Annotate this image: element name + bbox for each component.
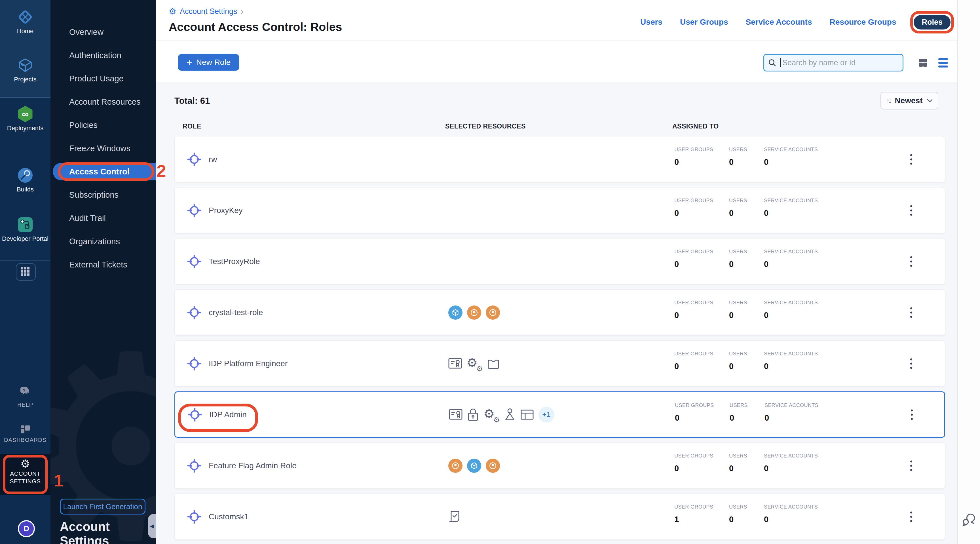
dashboards-button[interactable]: DASHBOARDS [0,424,51,444]
role-cell: ProxyKey [186,188,243,233]
sidebar-item-freeze-windows[interactable]: Freeze Windows [51,137,156,160]
list-view-icon[interactable] [938,58,948,67]
assigned-column-label: SERVICE ACCOUNTS [764,249,818,255]
assigned-count: 0 [729,259,733,269]
role-name[interactable]: TestProxyRole [209,257,260,266]
avatar[interactable]: D [18,520,35,537]
row-menu-button[interactable] [908,255,914,268]
search-input[interactable] [764,54,904,72]
rail-item-builds[interactable]: Builds [0,167,51,193]
text-cursor [780,58,781,67]
feature-flag-icon [486,305,500,320]
sidebar-item-overview[interactable]: Overview [51,21,156,44]
rail-item-deployments[interactable]: ∞Deployments [0,105,51,132]
new-role-button[interactable]: + New Role [178,54,239,71]
role-name[interactable]: ProxyKey [209,206,243,215]
sidebar-item-label: Policies [69,121,97,130]
role-cell: IDP Platform Engineer [186,340,288,386]
role-name[interactable]: Feature Flag Admin Role [209,461,297,470]
role-name[interactable]: rw [209,155,217,164]
sidebar-collapse-handle[interactable]: ◀ [148,514,156,538]
help-button[interactable]: ? HELP [0,383,51,409]
page-title: Account Access Control: Roles [169,21,342,34]
assigned-to: USER GROUPS0USERS0SERVICE ACCOUNTS0 [674,443,913,488]
rail-divider [0,97,51,98]
breadcrumb: ⚙ Account Settings › [169,7,243,16]
avatar-initial: D [24,524,29,533]
sidebar-item-external-tickets[interactable]: External Tickets [51,253,156,276]
assigned-to: USER GROUPS1USERS0SERVICE ACCOUNTS0 [674,494,913,539]
assigned-column-label: SERVICE ACCOUNTS [764,504,818,510]
role-name[interactable]: IDP Platform Engineer [209,359,288,368]
column-role: ROLE [183,122,201,130]
role-row-idp-admin[interactable]: IDP Admin ⚙⚙+1 USER GROUPS0USERS0SERVICE… [174,391,945,437]
tab-resource-groups[interactable]: Resource Groups [830,17,896,27]
tab-roles[interactable]: Roles [914,15,950,30]
tab-users[interactable]: Users [640,17,662,27]
rail-item-home[interactable]: Home [0,8,51,35]
assigned-to: USER GROUPS0USERS0SERVICE ACCOUNTS0 [675,392,913,437]
assigned-count: 0 [764,208,768,218]
role-cell: crystal-test-role [186,289,263,335]
sidebar-item-authentication[interactable]: Authentication [51,44,156,67]
tab-user-groups[interactable]: User Groups [680,17,728,27]
row-menu-button[interactable] [909,407,915,422]
assigned-count: 0 [764,464,768,473]
row-menu-button[interactable] [908,510,914,523]
collapse-arrow-icon: ◀ [150,523,154,529]
sidebar-item-label: Subscriptions [69,190,119,200]
role-row-testproxyrole[interactable]: TestProxyRole USER GROUPS0USERS0SERVICE … [174,238,945,285]
environment-icon [448,305,463,320]
total-count: Total: 61 [174,96,210,106]
assigned-column-label: USERS [729,146,747,153]
row-menu-button[interactable] [908,305,914,320]
launch-first-generation-button[interactable]: Launch First Generation [60,499,145,514]
search-box [764,54,904,72]
rail-item-projects[interactable]: Projects [0,57,51,83]
top-tabs: UsersUser GroupsService AccountsResource… [640,14,950,30]
column-assigned-to: ASSIGNED TO [672,122,719,130]
sort-label: Newest [894,96,924,105]
settings-sidebar: ⚙ OverviewAuthenticationProduct UsageAcc… [51,0,156,544]
role-name[interactable]: IDP Admin [209,410,247,419]
row-menu-button[interactable] [908,459,914,472]
sidebar-item-organizations[interactable]: Organizations [51,230,156,253]
rail-item-developer-portal[interactable]: Developer Portal [0,216,51,242]
chat-support-icon[interactable] [962,512,977,528]
sidebar-item-account-settings[interactable]: ⚙ ACCOUNT SETTINGS [0,454,51,495]
account-settings-label: ACCOUNT [0,470,51,477]
role-row-proxykey[interactable]: ProxyKey USER GROUPS0USERS0SERVICE ACCOU… [174,187,945,234]
role-row-idp-platform-engineer[interactable]: IDP Platform Engineer ⚙⚙ USER GROUPS0USE… [174,340,945,387]
sidebar-item-product-usage[interactable]: Product Usage [51,67,156,90]
role-name[interactable]: Customsk1 [209,512,248,521]
row-menu-button[interactable] [908,356,914,371]
role-target-icon [186,152,202,167]
sidebar-item-access-control[interactable]: Access Control [51,160,156,183]
role-row-rw[interactable]: rw USER GROUPS0USERS0SERVICE ACCOUNTS0 [174,136,945,182]
breadcrumb-link[interactable]: Account Settings [180,7,237,16]
policy-check-icon [448,510,461,523]
person-icon [504,408,516,422]
role-name[interactable]: crystal-test-role [209,308,263,317]
assigned-column-label: SERVICE ACCOUNTS [764,453,818,459]
sidebar-item-label: Product Usage [69,74,124,83]
sidebar-item-audit-trail[interactable]: Audit Trail [51,207,156,230]
row-menu-button[interactable] [908,204,914,217]
module-picker-button[interactable] [16,263,36,281]
sidebar-item-label: Freeze Windows [69,144,130,153]
sort-dropdown[interactable]: ↑↓ Newest [880,92,938,110]
assigned-column-label: SERVICE ACCOUNTS [764,351,818,357]
sidebar-item-subscriptions[interactable]: Subscriptions [51,183,156,207]
tab-service-accounts[interactable]: Service Accounts [746,17,812,27]
grid-view-icon[interactable] [918,58,928,67]
sidebar-item-account-resources[interactable]: Account Resources [51,90,156,113]
assigned-to: USER GROUPS0USERS0SERVICE ACCOUNTS0 [674,188,913,233]
sidebar-item-label: Audit Trail [69,213,106,223]
sidebar-item-label: External Tickets [69,260,127,269]
sidebar-item-policies[interactable]: Policies [51,113,156,137]
assigned-column-label: USERS [729,453,747,459]
role-row-feature-flag-admin-role[interactable]: Feature Flag Admin Role USER GROUPS0USER… [174,442,945,489]
row-menu-button[interactable] [908,152,914,166]
role-row-crystal-test-role[interactable]: crystal-test-role USER GROUPS0USERS0SERV… [174,289,945,336]
role-row-customsk1[interactable]: Customsk1 USER GROUPS1USERS0SERVICE ACCO… [174,493,945,540]
